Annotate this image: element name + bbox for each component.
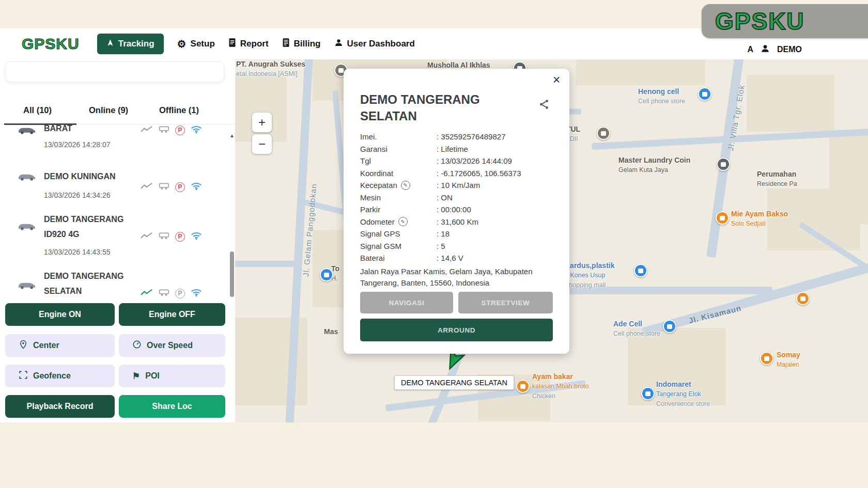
field-row: Mesin: ON <box>360 192 553 204</box>
trend-icon <box>141 232 153 242</box>
over-speed-button-label: Over Speed <box>147 341 193 350</box>
map-label: Ayam bakarkalasan Mbah brotoChicken <box>532 372 589 401</box>
header-right-cluster: A DEMO <box>747 44 802 55</box>
arround-button[interactable]: ARROUND <box>360 319 553 341</box>
vehicle-timestamp: 13/03/2026 14:28:07 <box>44 140 110 149</box>
billing-receipt-icon <box>282 38 290 50</box>
vehicle-type-icon <box>159 182 169 192</box>
nav-setup-label: Setup <box>191 39 215 49</box>
nav-tracking[interactable]: Tracking <box>97 34 164 54</box>
center-button[interactable]: Center <box>5 334 115 357</box>
map-canvas[interactable]: Jl. Gelam Panggodokan Jl. Villa Tgr. Elo… <box>235 59 868 422</box>
current-user-label[interactable]: DEMO <box>777 45 802 54</box>
parking-status-icon: P <box>175 182 185 192</box>
geofence-corners-icon <box>19 370 28 382</box>
map-poi-lock-icon[interactable] <box>663 320 676 333</box>
poi-button[interactable]: ⚑ POI <box>119 365 225 387</box>
vehicle-info-popup: × DEMO TANGERANG SELATAN Imei.: 35259257… <box>344 69 569 354</box>
flag-icon: ⚑ <box>132 371 140 382</box>
map-poi-food-icon[interactable] <box>516 380 530 393</box>
vehicle-type-icon <box>159 125 169 135</box>
map-poi-store-icon[interactable] <box>641 387 655 400</box>
edit-odometer-icon[interactable]: ✎ <box>398 217 408 226</box>
map-poi-shopping-icon[interactable] <box>634 264 647 277</box>
signal-wifi-icon <box>191 182 202 193</box>
app-logo[interactable]: GPSKU <box>22 35 80 53</box>
map-label: Henong cellCell phone store <box>638 87 685 106</box>
vehicle-name: BARAT <box>44 121 150 136</box>
nav-report-label: Report <box>240 39 269 49</box>
vehicle-row-selected[interactable]: DEMO TANGERANG SELATAN P <box>0 267 235 304</box>
brand-watermark-badge: GPSKU <box>702 4 868 38</box>
map-label: IndomaretTangerang ElokConvenience store <box>656 380 710 409</box>
geofence-button[interactable]: Geofence <box>5 365 115 387</box>
vehicle-row[interactable]: DEMO KUNINGAN 13/03/2026 14:34:26 P <box>0 170 235 204</box>
engine-off-button[interactable]: Engine OFF <box>119 303 225 326</box>
nav-user-dashboard[interactable]: User Dashboard <box>334 38 415 50</box>
search-box[interactable] <box>5 61 224 82</box>
tab-online[interactable]: Online (9) <box>89 105 128 115</box>
vehicle-sidebar: All (10) Online (9) Offline (1) ▲ BARAT … <box>0 59 235 422</box>
vehicle-car-icon <box>17 280 37 291</box>
map-poi-food-icon[interactable] <box>716 211 729 225</box>
nav-billing[interactable]: Billing <box>282 38 321 50</box>
language-icon[interactable]: A <box>747 45 753 54</box>
main-nav: Tracking ⚙ Setup Report Billing <box>97 34 415 54</box>
field-row: Kecepatan✎ : 10 Km/Jam <box>360 179 553 192</box>
vehicle-row[interactable]: BARAT 13/03/2026 14:28:07 P <box>0 124 235 160</box>
engine-on-button[interactable]: Engine ON <box>5 303 115 326</box>
vehicle-marker-label[interactable]: DEMO TANGERANG SELATAN <box>394 375 514 390</box>
signal-wifi-icon <box>191 125 202 136</box>
streetview-button[interactable]: STREETVIEW <box>458 292 553 313</box>
trend-icon <box>141 182 153 192</box>
nav-report[interactable]: Report <box>228 38 269 50</box>
vehicle-car-icon <box>17 125 37 136</box>
popup-fields: Imei.: 352592576489827 Garansi: Lifetime… <box>360 131 553 264</box>
vehicle-type-icon <box>159 289 169 298</box>
nav-tracking-label: Tracking <box>118 39 154 49</box>
parking-status-icon: P <box>175 125 185 135</box>
field-row: Signal GPS: 18 <box>360 228 553 240</box>
map-poi-lock-icon[interactable] <box>698 87 711 101</box>
tracking-icon <box>106 39 114 49</box>
vehicle-car-icon <box>17 221 37 232</box>
report-document-icon <box>228 38 236 50</box>
user-avatar-icon[interactable] <box>761 44 770 55</box>
map-label: Mas <box>324 327 338 337</box>
trend-icon-active <box>141 289 153 298</box>
vehicle-car-icon <box>17 171 37 183</box>
map-poi-lock-icon[interactable] <box>320 268 333 281</box>
share-icon[interactable] <box>538 99 550 112</box>
nav-setup[interactable]: ⚙ Setup <box>177 38 215 50</box>
edit-speed-icon[interactable]: ✎ <box>401 181 410 190</box>
map-poi-food-icon[interactable] <box>760 352 773 365</box>
field-row: Koordinat: -6.1726065, 106.56373 <box>360 167 553 180</box>
tab-all[interactable]: All (10) <box>23 105 52 115</box>
vehicle-row[interactable]: DEMO TANGERANG ID920 4G 13/03/2026 14:43… <box>0 212 235 261</box>
parking-status-icon: P <box>175 232 185 242</box>
field-row: Imei.: 352592576489827 <box>360 131 553 143</box>
nav-user-dashboard-label: User Dashboard <box>347 39 415 49</box>
map-poi-food-icon[interactable] <box>796 292 810 305</box>
zoom-out-button[interactable]: − <box>252 134 272 154</box>
trend-icon <box>141 125 153 135</box>
close-icon[interactable]: × <box>548 71 565 88</box>
speedometer-icon <box>132 340 142 351</box>
share-loc-button[interactable]: Share Loc <box>119 395 225 418</box>
field-row: Parkir: 00:00:00 <box>360 203 553 216</box>
map-label: Master Laundry CoinGelam Kuta Jaya <box>618 155 690 175</box>
zoom-in-button[interactable]: + <box>252 113 272 132</box>
field-row: Baterai: 14,6 V <box>360 252 553 264</box>
map-pin-icon <box>19 340 28 351</box>
map-poi-place-icon[interactable] <box>597 127 610 140</box>
map-poi-laundry-icon[interactable] <box>717 158 730 171</box>
navigasi-button[interactable]: NAVIGASI <box>360 292 453 313</box>
person-icon <box>334 38 343 50</box>
tab-offline[interactable]: Offline (1) <box>159 105 199 115</box>
nav-billing-label: Billing <box>294 39 321 49</box>
map-label: Mie Ayam BaksoSolo Sedjati <box>731 209 788 229</box>
over-speed-button[interactable]: Over Speed <box>119 334 225 357</box>
map-label: PT. Anugrah Suksesetal Indonesia [ASMI] <box>236 59 305 79</box>
playback-record-button[interactable]: Playback Record <box>5 395 115 418</box>
poi-button-label: POI <box>145 371 160 381</box>
